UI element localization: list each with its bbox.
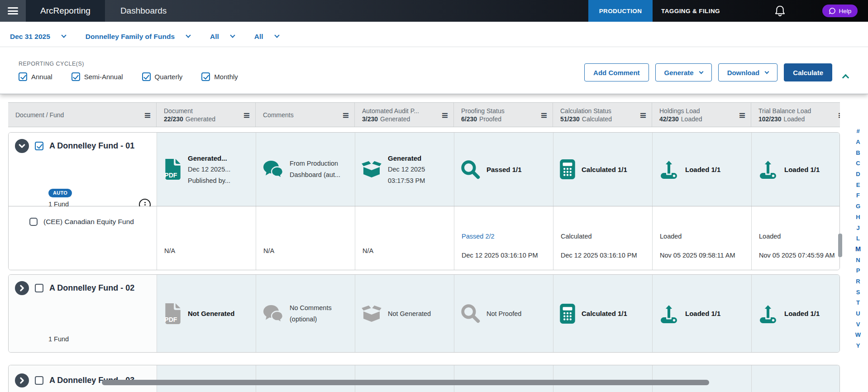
period-dropdown[interactable]: Dec 31 2025 bbox=[10, 33, 66, 41]
child-fund-name: (CEE) Canadian Equity Fund bbox=[43, 217, 134, 226]
alphabet-letter[interactable]: T bbox=[852, 297, 864, 308]
checkbox-checked-icon[interactable] bbox=[201, 72, 210, 81]
calculate-button[interactable]: Calculate bbox=[784, 63, 832, 81]
alphabet-letter[interactable]: N bbox=[852, 254, 864, 265]
tab-tagging-filing[interactable]: TAGGING & FILING bbox=[653, 0, 729, 22]
vertical-scrollbar-thumb[interactable] bbox=[838, 234, 842, 257]
generate-button[interactable]: Generate bbox=[655, 63, 712, 81]
tab-production[interactable]: PRODUCTION bbox=[588, 0, 653, 22]
cycle-monthly-checkbox[interactable]: Monthly bbox=[201, 72, 238, 81]
trial-balance-cell[interactable]: Loaded 1/1 bbox=[751, 133, 840, 206]
alphabet-letter[interactable]: J bbox=[852, 222, 864, 233]
column-count-suffix: Generated bbox=[186, 115, 215, 123]
download-button[interactable]: Download bbox=[718, 63, 778, 81]
column-menu-icon[interactable]: ≡ bbox=[243, 110, 250, 119]
trial-balance-cell[interactable] bbox=[751, 365, 840, 392]
horizontal-scrollbar-thumb[interactable] bbox=[102, 380, 709, 385]
pdf-file-icon: PDF bbox=[163, 303, 182, 325]
hamburger-menu-button[interactable] bbox=[0, 0, 26, 22]
chevron-down-icon bbox=[765, 70, 769, 74]
alphabet-letter[interactable]: E bbox=[852, 179, 864, 190]
child-fund-checkbox[interactable] bbox=[29, 218, 38, 226]
calculation-status: Calculated 1/1 bbox=[582, 166, 627, 173]
alphabet-letter[interactable]: B bbox=[852, 147, 864, 158]
automated-audit-cell[interactable]: Not Generated bbox=[355, 275, 454, 352]
document-date: Dec 12 2025... bbox=[188, 166, 230, 173]
nav-item-dashboards[interactable]: Dashboards bbox=[105, 0, 182, 22]
reporting-cycles-label: REPORTING CYCLE(S) bbox=[19, 61, 84, 67]
collapse-chevron-down-button[interactable] bbox=[15, 139, 29, 153]
filter-dropdown-3[interactable]: All bbox=[210, 33, 234, 41]
alphabet-letter[interactable]: G bbox=[852, 201, 864, 212]
checkbox-checked-icon[interactable] bbox=[19, 72, 27, 81]
column-header-document: Document 22/230Generated ≡ bbox=[156, 103, 255, 127]
alphabet-letter[interactable]: H bbox=[852, 212, 864, 223]
alphabet-letter[interactable]: P bbox=[852, 265, 864, 276]
checkbox-checked-icon[interactable] bbox=[142, 72, 151, 81]
alphabet-letter[interactable]: W bbox=[852, 330, 864, 340]
checkbox-checked-icon[interactable] bbox=[72, 72, 80, 81]
add-comment-button[interactable]: Add Comment bbox=[584, 63, 649, 81]
expand-chevron-right-button[interactable] bbox=[15, 373, 29, 387]
calculation-cell[interactable] bbox=[553, 365, 652, 392]
alphabet-letter[interactable]: M bbox=[851, 243, 865, 255]
help-button[interactable]: Help bbox=[822, 5, 858, 17]
column-menu-icon[interactable]: ≡ bbox=[739, 110, 746, 119]
holdings-timestamp: Nov 05 2025 09:58:11 AM bbox=[660, 251, 751, 260]
fund-checkbox-checked[interactable] bbox=[35, 142, 43, 150]
column-title: Proofing Status bbox=[461, 107, 537, 115]
alphabet-letter[interactable]: V bbox=[852, 319, 864, 330]
alphabet-letter[interactable]: U bbox=[852, 308, 864, 319]
calculation-cell[interactable]: Calculated 1/1 bbox=[553, 133, 652, 206]
alphabet-letter[interactable]: A bbox=[852, 137, 864, 148]
fund-family-dropdown[interactable]: Donnelley Family of Funds bbox=[86, 33, 190, 41]
fund-checkbox[interactable] bbox=[35, 376, 43, 385]
alphabet-letter[interactable]: # bbox=[852, 126, 864, 137]
proofing-cell[interactable]: Not Proofed bbox=[454, 275, 553, 352]
cycle-quarterly-checkbox[interactable]: Quarterly bbox=[142, 72, 183, 81]
holdings-load-cell[interactable]: Loaded 1/1 bbox=[652, 275, 751, 352]
cycle-semi-annual-label: Semi-Annual bbox=[84, 73, 123, 81]
document-cell[interactable] bbox=[157, 365, 256, 392]
alphabet-letter[interactable]: C bbox=[852, 158, 864, 169]
filter-dropdown-4[interactable]: All bbox=[254, 33, 279, 41]
alphabet-letter[interactable]: D bbox=[852, 169, 864, 180]
calculation-cell[interactable]: Calculated 1/1 bbox=[553, 275, 652, 352]
holdings-load-cell[interactable]: Loaded 1/1 bbox=[652, 133, 751, 206]
collapse-toolbar-chevron-up-icon[interactable] bbox=[842, 74, 849, 81]
comments-cell[interactable]: No Comments (optional) bbox=[256, 275, 355, 352]
automated-audit-cell[interactable] bbox=[355, 365, 454, 392]
fund-cell: A Donnelley Fund - 01 AUTO 1 Fund bbox=[9, 133, 157, 206]
proofing-passed-link[interactable]: Passed 2/2 bbox=[462, 233, 495, 240]
alphabet-letter[interactable]: R bbox=[852, 276, 864, 287]
comments-cell[interactable]: From Production Dashboard (aut... bbox=[256, 133, 355, 206]
reporting-cycles-group: Annual Semi-Annual Quarterly Monthly bbox=[19, 72, 238, 81]
app-brand: ArcReporting bbox=[26, 0, 105, 22]
cycle-annual-checkbox[interactable]: Annual bbox=[19, 72, 52, 81]
alphabet-letter[interactable]: L bbox=[852, 233, 864, 244]
document-cell[interactable]: PDF Generated... Dec 12 2025... Publishe… bbox=[157, 133, 256, 206]
trial-balance-cell[interactable]: Loaded 1/1 bbox=[751, 275, 840, 352]
column-menu-icon[interactable]: ≡ bbox=[838, 110, 840, 119]
proofing-cell[interactable]: Passed 1/1 bbox=[454, 133, 553, 206]
upload-icon bbox=[758, 303, 778, 324]
fund-checkbox[interactable] bbox=[35, 284, 43, 292]
notifications-bell-button[interactable] bbox=[775, 5, 785, 19]
document-cell[interactable]: PDF Not Generated bbox=[157, 275, 256, 352]
column-menu-icon[interactable]: ≡ bbox=[639, 110, 647, 119]
column-menu-icon[interactable]: ≡ bbox=[540, 110, 548, 119]
chat-bubble-icon bbox=[829, 7, 836, 14]
alphabet-letter[interactable]: S bbox=[852, 287, 864, 297]
column-menu-icon[interactable]: ≡ bbox=[342, 110, 349, 119]
alphabet-letter[interactable]: Y bbox=[852, 340, 864, 351]
column-menu-icon[interactable]: ≡ bbox=[441, 110, 448, 119]
proofing-cell[interactable] bbox=[454, 365, 553, 392]
holdings-load-cell[interactable] bbox=[652, 365, 751, 392]
cycle-semi-annual-checkbox[interactable]: Semi-Annual bbox=[72, 72, 123, 81]
automated-audit-cell[interactable]: Generated Dec 12 2025 03:17:53 PM bbox=[355, 133, 454, 206]
alphabet-letter[interactable]: F bbox=[852, 190, 864, 201]
column-count-suffix: Proofed bbox=[479, 115, 501, 123]
comments-cell[interactable] bbox=[256, 365, 355, 392]
column-menu-icon[interactable]: ≡ bbox=[144, 110, 151, 119]
expand-chevron-right-button[interactable] bbox=[15, 281, 29, 295]
